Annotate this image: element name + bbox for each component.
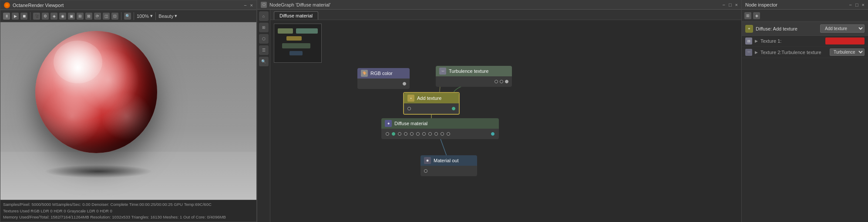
nodegraph-minimize-button[interactable]: −: [722, 2, 725, 7]
zoom-value: 100%: [137, 14, 149, 19]
zoom-arrow: ▾: [150, 13, 153, 19]
viewport-statusbar: Samples/Pixel: 5000/5000 MSamples/Sec: 0…: [0, 200, 256, 222]
diff-in-5[interactable]: [410, 132, 414, 136]
turb-dot-out[interactable]: [505, 80, 508, 83]
settings-icon[interactable]: ⚙: [42, 13, 49, 20]
diff-out[interactable]: [491, 132, 495, 136]
tools-icon1[interactable]: ◈: [50, 13, 57, 20]
node-rgb-header: 🎨 RGB color: [357, 68, 410, 79]
zoom-control: 100% ▾: [137, 13, 153, 19]
prop-label-texture1: Texture 1:: [760, 38, 823, 44]
prop-expand-texture1[interactable]: ▶: [755, 39, 758, 43]
material-out-label: Material out: [434, 158, 458, 163]
inspector-panel: Node inspector − □ × ⊞ ◈ + Diffuse: Add …: [742, 0, 868, 222]
add-out-dot[interactable]: [452, 107, 455, 110]
inspector-minimize-button[interactable]: −: [849, 2, 851, 7]
node-material-out-body: [421, 166, 477, 176]
viewport-panel: OctaneRender Viewport − × ⏸ ▶ ⏹ 🎥 ⚙ ◈ ◉ …: [0, 0, 257, 222]
status-line-1: Samples/Pixel: 5000/5000 MSamples/Sec: 0…: [3, 202, 254, 208]
sidebar-btn-graph[interactable]: ⬡: [259, 34, 269, 44]
diffuse-label: Diffuse material: [394, 121, 427, 126]
render-mode-control[interactable]: Beauty ▾: [158, 13, 177, 19]
minimap-node-2: [296, 28, 318, 34]
mat-out-in-dot[interactable]: [424, 169, 427, 173]
connections-svg: [270, 20, 741, 222]
minimap: [274, 24, 322, 63]
viewport-close-button[interactable]: ×: [250, 3, 253, 8]
prop-value-texture2-dropdown[interactable]: Turbulence Noise Marble: [830, 48, 865, 56]
inspector-toolbar: ⊞ ◈: [742, 10, 868, 22]
tools-icon4[interactable]: ⊞: [77, 13, 84, 20]
tools-icon8[interactable]: ⊡: [111, 13, 118, 20]
nodegraph-panel: ⬡ NodeGraph 'Diffuse material' − □ × ⌂ ⊞…: [257, 0, 742, 222]
mat-out-row: [421, 167, 477, 174]
tools-icon3[interactable]: ▣: [68, 13, 75, 20]
prop-label-texture2: Texture 2:Turbulence texture: [760, 50, 827, 55]
turbulence-icon: 〰: [439, 68, 446, 75]
toolbar-sep-4: [155, 12, 156, 20]
zoom-icon[interactable]: 🔍: [124, 13, 131, 20]
tools-icon5[interactable]: ⊠: [85, 13, 92, 20]
diff-in-6[interactable]: [416, 132, 420, 136]
turb-dot-2[interactable]: [500, 80, 503, 83]
node-diffuse-material[interactable]: ◈ Diffuse material: [381, 118, 499, 139]
toolbar-sep-1: [30, 12, 30, 20]
diff-in-2[interactable]: [392, 132, 395, 136]
inspector-type-dropdown[interactable]: Add texture Multiply texture Mix texture: [820, 24, 865, 33]
tab-diffuse-material[interactable]: Diffuse material: [274, 11, 318, 20]
minimap-node-1: [278, 28, 293, 34]
diff-in-8[interactable]: [428, 132, 432, 136]
viewport-minimize-button[interactable]: −: [244, 3, 246, 8]
diff-in-1[interactable]: [386, 132, 389, 136]
sphere-texture: [35, 31, 157, 153]
inspector-window-controls: − □ ×: [849, 2, 865, 7]
minimap-node-5: [289, 51, 303, 55]
prop-expand-texture2[interactable]: ▶: [755, 50, 758, 55]
nodegraph-maximize-button[interactable]: □: [729, 2, 732, 7]
node-add-texture[interactable]: + Add texture: [403, 92, 460, 115]
diff-in-3[interactable]: [398, 132, 401, 136]
diff-in-11[interactable]: [447, 132, 450, 136]
pause-button[interactable]: ⏸: [3, 13, 10, 20]
sidebar-btn-home[interactable]: ⌂: [259, 11, 269, 21]
prop-icon-texture2: 〰: [745, 49, 752, 56]
inspector-icon-2[interactable]: ◈: [753, 12, 760, 19]
octane-logo-icon: [4, 2, 10, 8]
tools-icon2[interactable]: ◉: [59, 13, 66, 20]
render-mode-value: Beauty: [158, 14, 173, 19]
inspector-close-button[interactable]: ×: [862, 2, 865, 7]
turb-dot-1[interactable]: [495, 80, 498, 83]
sidebar-btn-nodes[interactable]: ⊞: [259, 23, 269, 32]
diffuse-icon: ◈: [385, 120, 392, 127]
prop-value-texture1-color[interactable]: [825, 38, 865, 44]
add-in-dot[interactable]: [407, 107, 411, 110]
viewport-toolbar: ⏸ ▶ ⏹ 🎥 ⚙ ◈ ◉ ▣ ⊞ ⊠ ⟳ ◫ ⊡ 🔍 100% ▾ Beaut…: [0, 10, 256, 22]
node-rgb-color[interactable]: 🎨 RGB color: [357, 68, 410, 89]
inspector-icon-1[interactable]: ⊞: [744, 12, 751, 19]
nodegraph-canvas[interactable]: 🎨 RGB color 〰 Turbulence texture: [270, 20, 741, 222]
viewport-canvas: [0, 22, 256, 200]
diffuse-inputs: [385, 132, 451, 136]
tools-icon7[interactable]: ◫: [103, 13, 110, 20]
play-button[interactable]: ▶: [12, 13, 19, 20]
sidebar-btn-settings[interactable]: ☰: [259, 45, 269, 55]
inspector-node-header: + Diffuse: Add texture Add texture Multi…: [742, 22, 868, 36]
nodegraph-main: Diffuse material: [270, 10, 741, 222]
viewport-window-controls: − ×: [244, 3, 253, 8]
node-turbulence[interactable]: 〰 Turbulence texture: [436, 66, 512, 87]
diff-in-10[interactable]: [441, 132, 444, 136]
diff-in-7[interactable]: [422, 132, 426, 136]
nodegraph-window-controls: − □ ×: [722, 2, 738, 7]
diff-in-9[interactable]: [434, 132, 438, 136]
stop-button[interactable]: ⏹: [20, 13, 27, 20]
nodegraph-close-button[interactable]: ×: [735, 2, 738, 7]
sidebar-btn-search[interactable]: 🔍: [259, 57, 269, 66]
node-material-out[interactable]: ◉ Material out: [421, 155, 477, 176]
tools-icon6[interactable]: ⟳: [94, 13, 101, 20]
rgb-output-dot[interactable]: [403, 82, 406, 85]
material-out-icon: ◉: [424, 157, 431, 164]
nodegraph-title: NodeGraph 'Diffuse material': [269, 2, 330, 7]
camera-icon[interactable]: 🎥: [33, 13, 40, 20]
diff-in-4[interactable]: [404, 132, 407, 136]
inspector-maximize-button[interactable]: □: [855, 2, 858, 7]
